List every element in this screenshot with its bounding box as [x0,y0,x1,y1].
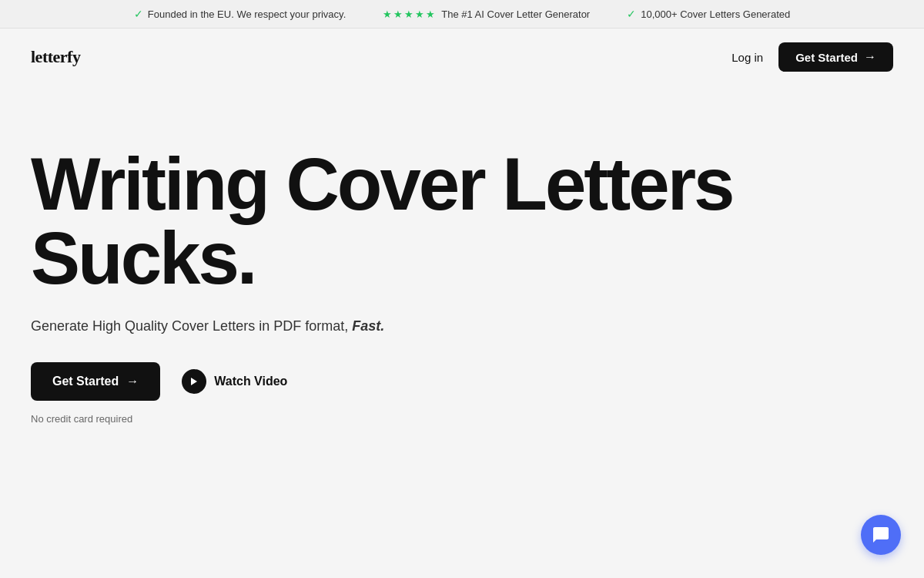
stars-icon: ★★★★★ [383,8,437,20]
banner-privacy-text: Founded in the EU. We respect your priva… [148,8,346,20]
hero-subtitle-bold: Fast. [352,318,384,334]
nav-actions: Log in Get Started → [732,42,893,72]
hero-subtitle: Generate High Quality Cover Letters in P… [31,318,893,334]
get-started-nav-arrow: → [864,50,876,64]
hero-title: Writing Cover Letters Sucks. [31,147,770,295]
get-started-nav-button[interactable]: Get Started → [778,42,893,72]
check-icon-privacy: ✓ [134,8,143,20]
hero-actions: Get Started → Watch Video [31,362,893,401]
banner-count-text: 10,000+ Cover Letters Generated [641,8,790,20]
get-started-hero-label: Get Started [52,375,119,388]
banner-item-privacy: ✓ Founded in the EU. We respect your pri… [134,8,346,20]
get-started-nav-label: Get Started [795,51,858,64]
chat-icon [872,526,890,544]
banner-item-count: ✓ 10,000+ Cover Letters Generated [627,8,790,20]
top-banner: ✓ Founded in the EU. We respect your pri… [0,0,924,29]
play-icon [182,369,206,394]
watch-video-button[interactable]: Watch Video [182,369,287,394]
no-credit-card-text: No credit card required [31,413,893,425]
watch-video-label: Watch Video [214,375,287,388]
hero-subtitle-plain: Generate High Quality Cover Letters in P… [31,318,348,334]
check-icon-count: ✓ [627,8,636,20]
chat-support-button[interactable] [861,515,901,555]
login-button[interactable]: Log in [732,51,763,64]
logo: letterfy [31,47,80,67]
hero-title-line1: Writing Cover Letters [31,143,732,225]
hero-title-line2: Sucks. [31,217,256,299]
hero-section: Writing Cover Letters Sucks. Generate Hi… [0,86,924,455]
navbar: letterfy Log in Get Started → [0,29,924,86]
get-started-hero-button[interactable]: Get Started → [31,362,160,401]
banner-rating-text: The #1 AI Cover Letter Generator [441,8,590,20]
get-started-hero-arrow: → [126,375,139,388]
banner-item-rating: ★★★★★ The #1 AI Cover Letter Generator [383,8,590,20]
